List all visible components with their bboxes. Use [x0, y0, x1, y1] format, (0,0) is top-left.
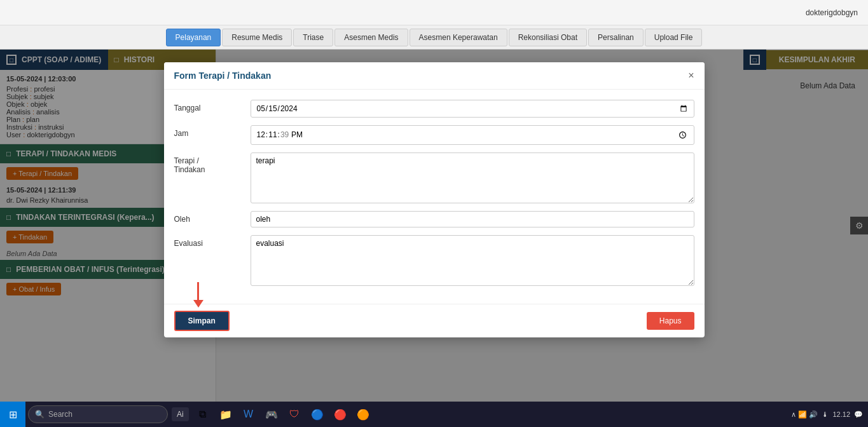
- tanggal-row: Tanggal: [174, 100, 694, 118]
- taskbar: ⊞ 🔍 Search Ai ⧉ 📁 W 🎮 🛡 🔵 🔴 🟠 ∧ 📶 🔊 🌡 12…: [0, 402, 868, 427]
- shield-icon[interactable]: 🛡: [284, 404, 305, 424]
- taskbar-app-icons: ⧉ 📁 W 🎮 🛡 🔵 🔴 🟠: [193, 404, 373, 424]
- arrow-line: [197, 282, 199, 300]
- terapi-tindakan-input[interactable]: terapi: [251, 152, 694, 203]
- oleh-row: Oleh: [174, 211, 694, 227]
- modal-title: Form Terapi / Tindakan: [174, 71, 272, 81]
- browser-icon[interactable]: 🔵: [307, 404, 327, 424]
- jam-label: Jam: [174, 125, 251, 138]
- tab-resume-medis[interactable]: Resume Medis: [222, 29, 292, 46]
- clock: 12.12: [832, 410, 850, 418]
- arrow-head: [193, 300, 203, 308]
- simpan-button[interactable]: Simpan: [174, 311, 230, 331]
- evaluasi-input[interactable]: evaluasi: [251, 235, 694, 286]
- explorer-icon[interactable]: 📁: [216, 404, 236, 424]
- steam-icon[interactable]: 🎮: [261, 404, 282, 424]
- oleh-label: Oleh: [174, 211, 251, 224]
- evaluasi-row: Evaluasi evaluasi: [174, 235, 694, 286]
- chrome-icon[interactable]: 🔴: [330, 404, 350, 424]
- ai-button[interactable]: Ai: [172, 407, 189, 421]
- terapi-tindakan-label: Terapi /Tindakan: [174, 152, 251, 174]
- form-modal: Form Terapi / Tindakan × Tanggal Jam Ter…: [164, 62, 705, 337]
- modal-header: Form Terapi / Tindakan ×: [164, 62, 705, 90]
- tab-rekonsiliasi-obat[interactable]: Rekonsiliasi Obat: [509, 29, 587, 46]
- tanggal-input[interactable]: [251, 100, 694, 118]
- modal-close-button[interactable]: ×: [688, 70, 694, 81]
- search-text: Search: [48, 410, 72, 419]
- jam-row: Jam: [174, 125, 694, 145]
- main-content: □ CPPT (SOAP / ADIME) □ HISTORI 15-05-20…: [0, 50, 868, 402]
- search-icon: 🔍: [35, 410, 45, 419]
- username-display: dokterigdobgyn: [806, 8, 858, 17]
- word-icon[interactable]: W: [238, 404, 259, 424]
- evaluasi-label: Evaluasi: [174, 235, 251, 248]
- tab-upload-file[interactable]: Upload File: [645, 29, 703, 46]
- tab-asesmen-medis[interactable]: Asesmen Medis: [334, 29, 408, 46]
- notification-icon[interactable]: 💬: [854, 410, 863, 419]
- modal-overlay: Form Terapi / Tindakan × Tanggal Jam Ter…: [0, 50, 868, 402]
- search-bar[interactable]: 🔍 Search: [28, 405, 168, 423]
- system-tray: ∧ 📶 🔊: [791, 410, 818, 419]
- tanggal-label: Tanggal: [174, 100, 251, 112]
- oleh-input[interactable]: [251, 211, 694, 227]
- hapus-button[interactable]: Hapus: [647, 312, 694, 330]
- modal-footer: Simpan Hapus: [164, 304, 705, 337]
- start-button[interactable]: ⊞: [0, 402, 25, 427]
- nav-tabs-bar: Pelayanan Resume Medis Triase Asesmen Me…: [0, 25, 868, 50]
- modal-body: Tanggal Jam Terapi /Tindakan terapi Oleh: [164, 90, 705, 304]
- terapi-row: Terapi /Tindakan terapi: [174, 152, 694, 203]
- arrow-annotation: [193, 282, 203, 308]
- simpan-container: Simpan: [174, 311, 230, 331]
- jam-input[interactable]: [251, 125, 694, 145]
- tab-asesmen-keperawatan[interactable]: Asesmen Keperawatan: [410, 29, 507, 46]
- extra-icon[interactable]: 🟠: [353, 404, 373, 424]
- tab-persalinan[interactable]: Persalinan: [588, 29, 644, 46]
- tab-pelayanan[interactable]: Pelayanan: [166, 29, 221, 46]
- thermometer-icon: 🌡: [822, 410, 829, 418]
- taskbar-right: ∧ 📶 🔊 🌡 12.12 💬: [791, 410, 868, 419]
- tab-triase[interactable]: Triase: [293, 29, 333, 46]
- top-bar: dokterigdobgyn: [0, 0, 868, 25]
- taskview-icon[interactable]: ⧉: [193, 404, 213, 424]
